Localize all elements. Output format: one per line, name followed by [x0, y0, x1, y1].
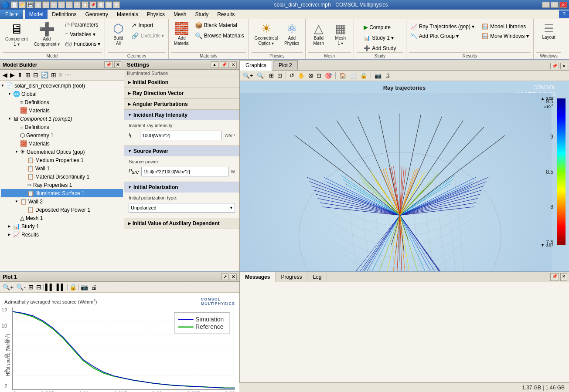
model-libraries-button[interactable]: 🪟 Model Libraries — [480, 23, 531, 30]
print-btn[interactable]: 🖨 — [384, 71, 392, 80]
study1-button[interactable]: 📊 Study 1 ▾ — [362, 34, 398, 42]
plot-snap[interactable]: 📷 — [80, 283, 89, 291]
tb-delete[interactable]: 🗑 — [97, 1, 104, 8]
settings-up[interactable]: ▲ — [211, 61, 218, 68]
build-all-button[interactable]: ⬡ BuildAll — [108, 21, 129, 48]
browse-materials-button[interactable]: 🔍 Browse Materials — [193, 31, 246, 40]
minimize-button[interactable]: ─ — [542, 2, 550, 8]
mb-split[interactable]: ⊞ — [50, 71, 57, 79]
tb-save[interactable]: 💾 — [27, 1, 34, 8]
plot-print[interactable]: 🖨 — [90, 283, 98, 291]
tab-plot2[interactable]: Plot 2 — [273, 60, 298, 70]
plot-zoom-in[interactable]: 🔍+ — [2, 283, 14, 291]
tree-node-def-comp1[interactable]: ≡ Definitions — [1, 123, 123, 131]
expand-root[interactable]: ▼ — [1, 84, 6, 88]
tab-log[interactable]: Log — [307, 272, 327, 282]
section-initial-pos-header[interactable]: ▶ Initial Position — [124, 77, 239, 88]
layout-button[interactable]: ☰ Layout — [538, 21, 559, 42]
menu-model[interactable]: Model — [25, 10, 48, 19]
blank-material-button[interactable]: 📦 Blank Material — [193, 21, 246, 30]
tb-print[interactable]: 🖨 — [34, 1, 41, 8]
add-physics-button[interactable]: ⚛ AddPhysics — [281, 21, 302, 48]
front-btn[interactable]: ⬜ — [348, 71, 358, 80]
graphics-pin[interactable]: 📌 — [550, 63, 559, 69]
messages-close[interactable]: ✕ — [560, 273, 567, 281]
mb-refresh[interactable]: 🔄 — [40, 71, 49, 79]
mb-fwd[interactable]: ▶ — [9, 71, 16, 79]
tree-node-ray-props1[interactable]: ⇒ Ray Properties 1 — [1, 181, 123, 189]
mb-collapse[interactable]: ⊟ — [32, 71, 39, 79]
rotate-btn[interactable]: ↺ — [288, 71, 296, 80]
incident-intensity-input[interactable] — [140, 131, 222, 140]
menu-results[interactable]: Results — [213, 10, 239, 19]
zoom-out-btn[interactable]: 🔍- — [256, 71, 267, 80]
mb-list[interactable]: ≡ — [58, 71, 63, 79]
plot-zoom-ext[interactable]: ⊟ — [35, 283, 42, 291]
select-x-btn[interactable]: ⊠ — [307, 71, 314, 80]
plot-bar1[interactable]: ▌▌ — [44, 283, 55, 291]
zoom-extent-btn[interactable]: ⊞ — [268, 71, 275, 80]
mb-close[interactable]: ✕ — [114, 61, 121, 68]
mb-expand[interactable]: ⊞ — [24, 71, 31, 79]
mb-up[interactable]: ⬆ — [17, 71, 24, 79]
plot-bar2[interactable]: ▌▌ — [56, 283, 66, 291]
add-material-button[interactable]: 🧱 AddMaterial — [171, 21, 192, 48]
plot1-close[interactable]: ✕ — [230, 274, 237, 280]
expand-global[interactable]: ▼ — [8, 92, 13, 96]
mesh1-button[interactable]: ▦ Mesh1 ▾ — [330, 21, 351, 48]
variables-button[interactable]: = Variables ▾ — [63, 30, 102, 38]
tree-node-mesh1[interactable]: △ Mesh 1 — [1, 214, 123, 222]
menu-geometry[interactable]: Geometry — [81, 10, 112, 19]
section-source-power-header[interactable]: ▼ Source Power — [124, 146, 239, 156]
tree-node-mat-comp1[interactable]: 🧱 Materials — [1, 139, 123, 148]
menu-physics[interactable]: Physics — [143, 10, 169, 19]
menu-mesh[interactable]: Mesh — [169, 10, 191, 19]
section-ray-dir-header[interactable]: ▶ Ray Direction Vector — [124, 88, 239, 98]
graphics-close[interactable]: ✕ — [560, 63, 567, 69]
expand-results[interactable]: ▶ — [8, 233, 13, 237]
add-component-button[interactable]: ➕ AddComponent ▾ — [31, 21, 62, 49]
menu-definitions[interactable]: Definitions — [48, 10, 81, 19]
tb-redo[interactable]: ↪ — [50, 1, 57, 8]
settings-pin[interactable]: 📌 — [220, 61, 228, 68]
tree-node-illum-surf1[interactable]: 📋 Illuminated Surface 1 — [1, 189, 123, 197]
select-y-btn[interactable]: ⊡ — [315, 71, 323, 80]
tb-paste[interactable]: 📌 — [89, 1, 96, 8]
functions-button[interactable]: f(x) Functions ▾ — [63, 40, 102, 48]
zoom-sel-btn[interactable]: ⊡ — [276, 71, 283, 80]
tb-opts[interactable]: ⚙ — [113, 1, 120, 8]
settings-close[interactable]: ✕ — [230, 61, 237, 68]
tab-graphics[interactable]: Graphics — [240, 60, 272, 71]
tree-node-mat-disc1[interactable]: 📋 Material Discontinuity 1 — [1, 172, 123, 181]
tab-messages[interactable]: Messages — [240, 272, 276, 282]
messages-pin[interactable]: 📌 — [550, 273, 559, 281]
tb-new[interactable]: 📄 — [11, 1, 18, 8]
ray-trajectories-button[interactable]: 📈 Ray Trajectories (gop) ▾ — [409, 23, 476, 30]
zoom-in-btn[interactable]: 🔍+ — [242, 71, 255, 80]
menu-help[interactable]: ? — [559, 10, 569, 18]
tree-node-gop[interactable]: ▼ ☀ Geometrical Optics (gop) — [1, 148, 123, 156]
tree-node-root[interactable]: ▼ 📄 solar_dish_receiver.mph (root) — [1, 81, 123, 90]
expand-gop[interactable]: ▼ — [15, 150, 20, 154]
build-mesh-button[interactable]: △ BuildMesh — [308, 21, 329, 48]
menu-materials[interactable]: Materials — [112, 10, 143, 19]
home-btn[interactable]: 🏠 — [338, 71, 348, 80]
lock-btn[interactable]: 🔒 — [359, 71, 368, 80]
menu-study[interactable]: Study — [191, 10, 213, 19]
tb-open[interactable]: 📂 — [19, 1, 26, 8]
component-button[interactable]: 🖥 Component1 ▾ — [3, 21, 31, 49]
tree-node-mat-global[interactable]: 🧱 Materials — [1, 106, 123, 115]
plot-zoom-box[interactable]: ⊞ — [27, 283, 34, 291]
expand-wall2[interactable]: ▼ — [15, 199, 20, 203]
plot1-expand[interactable]: ⤢ — [221, 274, 228, 280]
menu-file[interactable]: File ▾ — [0, 10, 23, 19]
tree-node-geom1[interactable]: ⬡ Geometry 1 — [1, 131, 123, 139]
tree-node-results[interactable]: ▶ 📈 Results — [1, 230, 123, 239]
more-windows-button[interactable]: 🪟 More Windows ▾ — [480, 32, 531, 40]
compute-button[interactable]: ▶ Compute — [362, 24, 398, 31]
section-incident-ray-header[interactable]: ▼ Incident Ray Intensity — [124, 110, 239, 120]
tree-node-comp1[interactable]: ▼ 🖥 Component 1 (comp1) — [1, 115, 123, 123]
tree-node-def-global[interactable]: ≡ Definitions — [1, 98, 123, 106]
add-study-button[interactable]: ➕ Add Study — [362, 44, 398, 52]
maximize-button[interactable]: □ — [551, 2, 559, 8]
